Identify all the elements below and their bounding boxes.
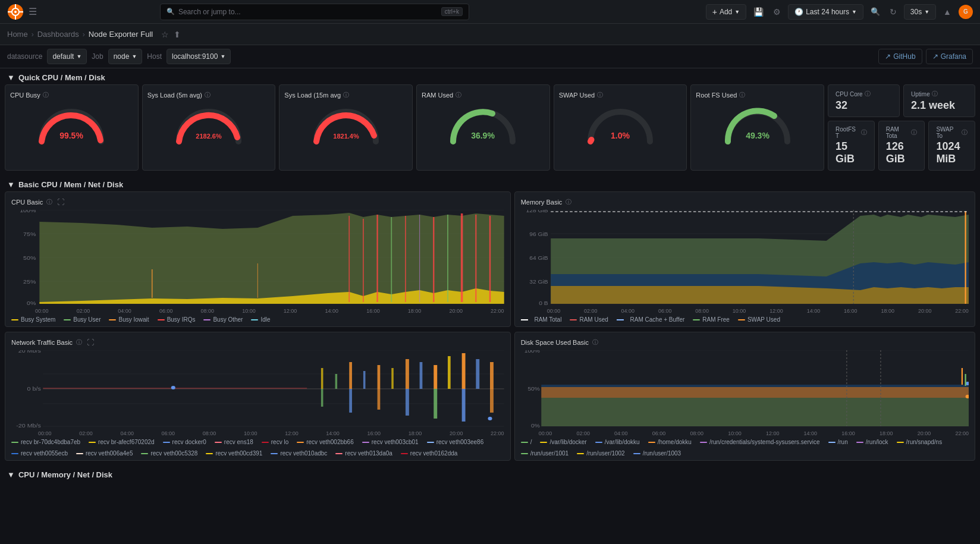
rootfs-used-title: Root FS Used ⓘ [696,91,819,99]
refresh-rate-label: 30s [910,8,922,16]
svg-rect-66 [349,362,352,389]
legend-run-user-1003: /run/user/1003 [633,450,681,457]
svg-rect-65 [335,374,338,389]
nav-right: + Add ▼ 💾 ⚙ 🕐 Last 24 hours ▼ 🔍 ↻ 30s ▼ … [706,4,973,20]
breadcrumb-sep2: › [83,30,85,39]
network-basic-expand[interactable]: ⛶ [87,338,94,347]
cpu-busy-card: CPU Busy ⓘ 99.5% [5,84,139,171]
search-bar[interactable]: 🔍 Search or jump to... ctrl+k [160,4,469,20]
cpu-basic-chart-area: 100% 75% 50% 25% 0% [11,210,504,314]
svg-marker-93 [541,387,969,398]
add-button[interactable]: + Add ▼ [706,4,746,20]
svg-marker-94 [541,385,969,387]
save-icon[interactable]: 💾 [751,5,766,19]
svg-text:1821.4%: 1821.4% [333,133,359,140]
svg-rect-68 [378,365,381,389]
basic-section-title: Basic CPU / Mem / Net / Disk [18,180,123,189]
uptime-info[interactable]: ⓘ [932,90,938,98]
breadcrumb-sep1: › [32,30,34,39]
swap-total-card: SWAP To ⓘ 1024 MiB [928,121,975,171]
rootfs-total-info[interactable]: ⓘ [861,128,867,137]
cpu-cores-card: CPU Core ⓘ 32 [828,84,900,117]
datasource-label: datasource [7,52,42,61]
cpu-basic-expand[interactable]: ⛶ [57,198,64,206]
svg-rect-82 [462,389,466,422]
grafana-button[interactable]: ↗ Grafana [926,49,973,64]
refresh-rate-button[interactable]: 30s ▼ [904,4,936,20]
svg-rect-64 [321,368,323,389]
page-content: datasource default ▼ Job node ▼ Host loc… [0,45,980,544]
mem-x-axis: 00:00 02:00 04:00 06:00 08:00 10:00 12:0… [521,308,969,314]
rootfs-total-card: RootFS T ⓘ 15 GiB [828,121,875,171]
legend-run-user-1001: /run/user/1001 [521,450,569,457]
star-icon[interactable]: ☆ [161,30,169,39]
disk-basic-info[interactable]: ⓘ [592,338,598,347]
cpu-basic-info[interactable]: ⓘ [46,198,52,206]
time-chevron: ▼ [852,9,857,15]
legend-busy-system: Busy System [11,316,55,323]
swap-total-label: SWAP To ⓘ [936,126,968,139]
cpu-cores-info[interactable]: ⓘ [865,90,871,98]
uptime-label: Uptime ⓘ [911,90,968,98]
cpu-mem-net-disk-header[interactable]: ▼ CPU / Memory / Net / Disk [0,466,980,482]
svg-rect-77 [321,389,323,407]
svg-text:99.5%: 99.5% [59,131,83,140]
legend-idle: Idle [251,316,270,323]
legend-recv-veth0055: recv veth0055ecb [11,450,68,457]
github-button[interactable]: ↗ GitHub [878,49,922,64]
legend-recv-ens18: recv ens18 [215,439,253,445]
default-select[interactable]: default ▼ [47,49,87,64]
collapse-icon[interactable]: ▲ [941,5,954,19]
job-select[interactable]: node ▼ [108,49,143,64]
basic-section-header[interactable]: ▼ Basic CPU / Mem / Net / Disk [0,175,980,191]
time-range-label: Last 24 hours [806,8,849,16]
ram-used-info[interactable]: ⓘ [456,91,461,99]
ram-total-label: RAM Tota ⓘ [886,126,918,139]
job-value: node [114,52,130,61]
breadcrumb-home[interactable]: Home [7,30,28,39]
svg-rect-71 [420,362,423,389]
host-chevron: ▼ [220,54,225,59]
menu-icon[interactable]: ☰ [29,6,37,17]
sys-load-15m-info[interactable]: ⓘ [343,91,349,99]
quick-section-header[interactable]: ▼ Quick CPU / Mem / Disk [0,68,980,84]
breadcrumb-current: Node Exporter Full [89,30,153,39]
svg-rect-83 [490,389,494,413]
legend-recv-veth010: recv veth010adbc [271,450,327,457]
legend-home-dokku: /home/dokku [648,439,692,445]
swap-total-info[interactable]: ⓘ [962,128,968,137]
breadcrumb-dashboards[interactable]: Dashboards [37,30,79,39]
sys-load-5m-info[interactable]: ⓘ [205,91,211,99]
network-legend: recv br-70dc4bdba7eb recv br-afecf670202… [11,436,504,457]
net-disk-chart-row: Network Traffic Basic ⓘ ⛶ 20 Mb/s 0 b/s … [0,332,980,466]
swap-used-title: SWAP Used ⓘ [559,91,682,99]
rootfs-used-info[interactable]: ⓘ [739,91,745,99]
ram-used-gauge: 36.9% [422,103,545,144]
time-range-button[interactable]: 🕐 Last 24 hours ▼ [788,4,863,20]
sys-load-15m-title: Sys Load (15m avg ⓘ [284,91,407,99]
refresh-icon[interactable]: ↻ [887,5,899,19]
host-select[interactable]: localhost:9100 ▼ [167,49,231,64]
memory-basic-info[interactable]: ⓘ [566,198,571,206]
legend-recv-veth003ee: recv veth003ee86 [427,439,484,445]
ram-total-info[interactable]: ⓘ [911,128,917,137]
svg-text:50%: 50% [527,386,540,392]
cpu-busy-info[interactable]: ⓘ [43,91,49,99]
legend-recv-veth002: recv veth002bb66 [297,439,354,445]
breadcrumb-actions: ☆ ⬆ [161,30,181,39]
user-avatar[interactable]: G [959,5,973,19]
svg-point-84 [171,386,175,389]
swap-used-info[interactable]: ⓘ [597,91,603,99]
zoom-out-icon[interactable]: 🔍 [868,5,882,18]
net-x-axis: 00:00 02:00 04:00 06:00 08:00 10:00 12:0… [11,430,504,436]
svg-text:128 GiB: 128 GiB [526,210,548,213]
share-icon[interactable]: ⬆ [174,30,181,39]
cores-uptime-row: CPU Core ⓘ 32 Uptime ⓘ 2.1 week [828,84,975,117]
network-basic-info[interactable]: ⓘ [76,338,82,347]
svg-rect-67 [363,371,366,389]
search-placeholder: Search or jump to... [178,8,438,16]
settings-icon[interactable]: ⚙ [771,5,783,19]
grafana-label: Grafana [941,52,966,61]
svg-text:100%: 100% [524,350,540,354]
legend-run-snapd: /run/snapd/ns [897,439,943,445]
